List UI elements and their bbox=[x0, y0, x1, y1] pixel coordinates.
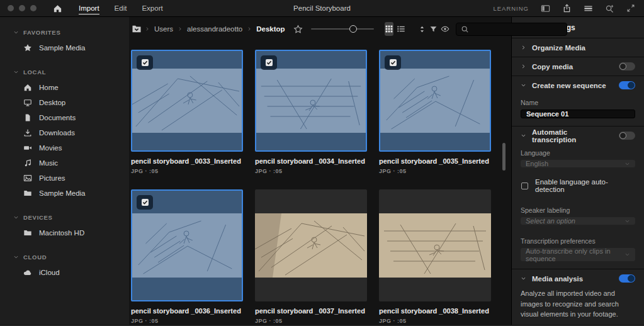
tab-edit[interactable]: Edit bbox=[115, 0, 127, 16]
breadcrumb-user-folder[interactable]: alessandradeotto bbox=[186, 25, 244, 33]
media-browser: Users alessandradeotto Desktop bbox=[129, 17, 511, 325]
sidebar-item-pictures[interactable]: Pictures bbox=[0, 171, 129, 186]
learning-label[interactable]: LEARNING bbox=[493, 5, 529, 12]
language-select[interactable]: English bbox=[521, 160, 635, 167]
copy-media-toggle[interactable] bbox=[619, 62, 635, 70]
sort-button[interactable] bbox=[418, 22, 426, 36]
check-icon bbox=[142, 60, 148, 65]
media-filename: pencil storyboard _0034_Inserted Image bbox=[255, 157, 367, 165]
minimize-window-button[interactable] bbox=[19, 5, 25, 11]
grid-view-button[interactable] bbox=[385, 22, 393, 36]
media-tile-0036[interactable] bbox=[131, 189, 243, 301]
sidebar-item-sample-media[interactable]: Sample Media bbox=[0, 186, 129, 201]
sidebar-section-favorites[interactable]: FAVORITES bbox=[0, 25, 129, 40]
sidebar-item-icloud[interactable]: iCloud bbox=[0, 265, 129, 280]
sidebar-item-macintosh-hd[interactable]: Macintosh HD bbox=[0, 225, 129, 240]
breadcrumb-desktop[interactable]: Desktop bbox=[255, 25, 286, 33]
sidebar-section-local[interactable]: LOCAL bbox=[0, 64, 129, 80]
speaker-labeling-select[interactable]: Select an option bbox=[521, 217, 635, 225]
filter-funnel-icon bbox=[429, 25, 438, 33]
search-box[interactable] bbox=[456, 23, 567, 36]
thumbnail-sketch bbox=[132, 213, 242, 278]
chevron-down-icon bbox=[521, 82, 526, 88]
media-analysis-section[interactable]: Media analysis bbox=[512, 269, 644, 288]
share-icon[interactable] bbox=[562, 4, 572, 13]
search-input[interactable] bbox=[473, 25, 562, 33]
media-filename: pencil storyboard _0038_Inserted Image bbox=[379, 307, 491, 315]
media-meta: JPG · :05 bbox=[255, 168, 367, 174]
media-cell: pencil storyboard _0034_Inserted Image J… bbox=[255, 50, 367, 174]
thumbnail-sketch bbox=[379, 213, 491, 278]
tile-checkbox[interactable] bbox=[137, 55, 153, 70]
auto-transcription-section[interactable]: Automatic transcription bbox=[512, 126, 644, 145]
sidebar-item-documents[interactable]: Documents bbox=[0, 110, 129, 125]
folder-tree-button[interactable] bbox=[132, 22, 142, 36]
language-autodetect-checkbox[interactable] bbox=[521, 183, 528, 189]
tile-checkbox[interactable] bbox=[137, 195, 153, 210]
media-meta: JPG · :05 bbox=[131, 168, 243, 174]
media-tile-0035[interactable] bbox=[379, 50, 491, 152]
download-icon bbox=[23, 128, 32, 137]
sidebar-item-sample-media-favorite[interactable]: Sample Media bbox=[0, 40, 129, 55]
auto-transcription-toggle[interactable] bbox=[619, 132, 635, 140]
language-label: Language bbox=[512, 145, 644, 160]
speaker-labeling-value: Select an option bbox=[526, 217, 575, 225]
media-tile-0038[interactable] bbox=[379, 189, 491, 301]
sequence-name-input[interactable] bbox=[521, 110, 635, 118]
tab-export[interactable]: Export bbox=[142, 0, 162, 16]
chevron-down-icon bbox=[521, 133, 526, 138]
list-view-button[interactable] bbox=[397, 22, 405, 36]
media-tile-0037[interactable] bbox=[255, 189, 367, 301]
locations-sidebar: FAVORITES Sample Media LOCAL Home Deskto… bbox=[0, 17, 129, 325]
media-meta: JPG · :05 bbox=[379, 168, 491, 174]
sort-icon bbox=[418, 25, 426, 33]
thumbnail-sketch bbox=[255, 213, 367, 278]
star-outline-icon bbox=[293, 25, 303, 34]
sidebar-item-downloads[interactable]: Downloads bbox=[0, 125, 129, 140]
sidebar-section-devices[interactable]: DEVICES bbox=[0, 210, 129, 225]
grid-scrollbar[interactable] bbox=[502, 143, 506, 171]
favorite-toggle-button[interactable] bbox=[293, 25, 303, 34]
preview-visibility-button[interactable] bbox=[441, 22, 449, 36]
media-tile-0033[interactable] bbox=[131, 50, 243, 152]
tile-checkbox[interactable] bbox=[261, 55, 277, 70]
zoom-window-button[interactable] bbox=[30, 5, 37, 11]
breadcrumb-separator-icon bbox=[247, 26, 252, 31]
sidebar-section-cloud[interactable]: CLOUD bbox=[0, 249, 129, 265]
browser-toolbar: Users alessandradeotto Desktop bbox=[132, 20, 502, 38]
chevron-down-icon bbox=[13, 215, 19, 220]
media-cell: pencil storyboard _0033_Inserted Image J… bbox=[131, 50, 243, 174]
panel-layout-icon[interactable] bbox=[541, 4, 550, 13]
breadcrumb-separator-icon bbox=[145, 26, 150, 31]
tab-import[interactable]: Import bbox=[79, 0, 99, 16]
quick-search-icon[interactable] bbox=[605, 4, 614, 13]
breadcrumb-users[interactable]: Users bbox=[153, 25, 174, 33]
sidebar-item-music[interactable]: Music bbox=[0, 155, 129, 171]
home-button[interactable] bbox=[53, 4, 62, 13]
media-analysis-toggle[interactable] bbox=[619, 274, 635, 283]
media-meta: JPG · :05 bbox=[255, 318, 367, 324]
thumbnail-size-slider[interactable] bbox=[311, 28, 374, 30]
fullscreen-icon[interactable] bbox=[626, 4, 635, 13]
sidebar-item-movies[interactable]: Movies bbox=[0, 140, 129, 155]
transcription-preferences-select[interactable]: Auto-transcribe only clips in sequence bbox=[521, 248, 635, 261]
slider-thumb[interactable] bbox=[349, 25, 357, 33]
language-autodetect-row[interactable]: Enable language auto-detection bbox=[512, 171, 644, 198]
create-sequence-section[interactable]: Create new sequence bbox=[512, 76, 644, 94]
sidebar-item-home[interactable]: Home bbox=[0, 80, 129, 95]
create-sequence-toggle[interactable] bbox=[619, 81, 635, 89]
workspace-menu-icon[interactable] bbox=[584, 4, 593, 13]
home-icon bbox=[53, 4, 62, 13]
picture-icon bbox=[23, 174, 32, 183]
chevron-down-icon bbox=[13, 30, 19, 35]
tile-checkbox[interactable] bbox=[385, 55, 401, 70]
folder-icon bbox=[23, 228, 32, 237]
folder-chevron-icon bbox=[132, 24, 142, 34]
copy-media-section[interactable]: Copy media bbox=[512, 57, 644, 76]
organize-media-section[interactable]: Organize Media bbox=[512, 38, 644, 57]
filter-button[interactable] bbox=[429, 22, 438, 36]
media-tile-0034[interactable] bbox=[255, 50, 367, 152]
sidebar-item-desktop[interactable]: Desktop bbox=[0, 95, 129, 110]
grid-view-icon bbox=[385, 25, 393, 33]
close-window-button[interactable] bbox=[8, 5, 14, 11]
